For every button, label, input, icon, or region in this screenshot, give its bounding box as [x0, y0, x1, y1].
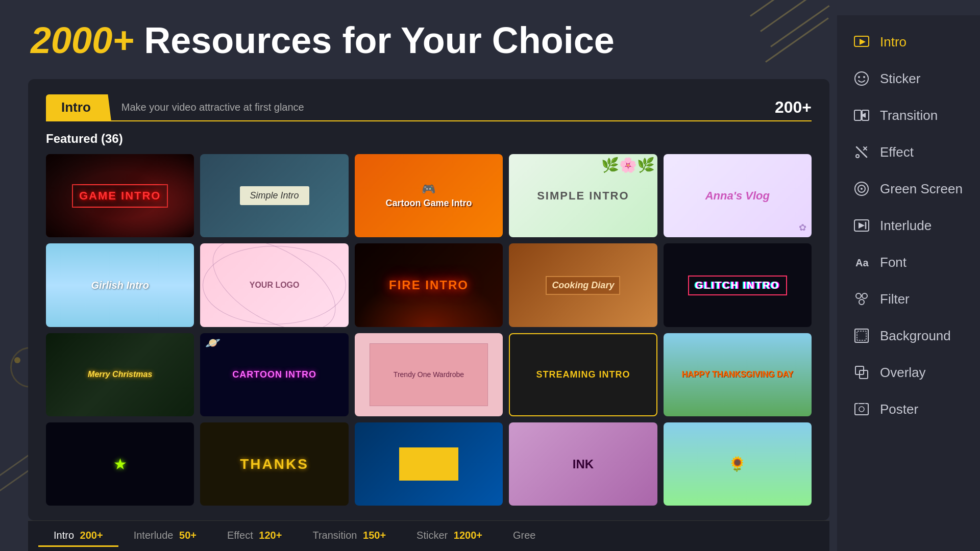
transition-icon: [852, 106, 871, 124]
thumb-cartoon-intro[interactable]: 🪐 CARTOON INTRO: [200, 333, 348, 416]
sidebar-item-green-screen[interactable]: Green Screen: [837, 172, 980, 205]
svg-rect-26: [855, 404, 868, 415]
thumb-fire-intro-label: FIRE INTRO: [389, 278, 469, 292]
sidebar-item-effect[interactable]: Effect: [837, 136, 980, 168]
bottom-tab-intro[interactable]: Intro 200+: [38, 525, 118, 547]
thumbnail-grid: GAME INTRO Simple Intro 🎮 Cartoon Game I…: [46, 154, 812, 506]
thumb-your-logo-label: YOUR LOGO: [250, 281, 300, 290]
thumb-fire-intro[interactable]: FIRE INTRO: [355, 243, 503, 327]
green-screen-icon: [852, 180, 871, 198]
bottom-tab-transition-label: Transition: [312, 530, 357, 541]
sidebar-item-overlay[interactable]: Overlay: [837, 356, 980, 389]
svg-rect-5: [854, 110, 861, 120]
thumb-pink-inner: Trendy One Wardrobe: [370, 343, 488, 406]
bottom-tab-sticker[interactable]: Sticker 1200+: [401, 525, 498, 547]
thumb-ink[interactable]: INK: [509, 422, 657, 506]
intro-icon: [852, 33, 871, 51]
filter-icon: [852, 290, 871, 308]
sidebar-item-font[interactable]: Aa Font: [837, 246, 980, 279]
thumb-simple-intro-label: Simple Intro: [240, 186, 309, 205]
overlay-icon: [852, 363, 871, 382]
thumb-girlish[interactable]: Girlish Intro: [46, 243, 194, 327]
interlude-icon: [852, 216, 871, 235]
sidebar-item-transition[interactable]: Transition: [837, 99, 980, 132]
sidebar-item-filter[interactable]: Filter: [837, 283, 980, 315]
thumb-girlish-label: Girlish Intro: [91, 280, 149, 291]
thumb-neon-star: ★: [113, 455, 127, 473]
bottom-tab-transition-count: 150+: [363, 530, 386, 541]
svg-point-9: [856, 155, 859, 158]
sticker-icon: [852, 69, 871, 88]
thumb-merry-christmas[interactable]: Merry Christmas: [46, 333, 194, 416]
svg-rect-28: [857, 404, 859, 406]
sidebar-label-intro: Intro: [880, 34, 906, 50]
svg-point-14: [861, 188, 863, 190]
svg-point-3: [858, 76, 860, 78]
bottom-tab-green-label: Gree: [513, 530, 535, 541]
sidebar-label-poster: Poster: [880, 402, 918, 417]
thumb-cartoon-game-icons: 🎮: [422, 183, 435, 196]
thumb-flowers-icon: 🌻: [728, 456, 746, 472]
svg-point-19: [856, 293, 861, 298]
poster-icon: [852, 400, 871, 418]
thumb-simple-intro[interactable]: Simple Intro: [200, 154, 348, 237]
thumb-thanks-label: THANKS: [240, 456, 309, 472]
thumb-flowers[interactable]: 🌻: [664, 422, 812, 506]
thumb-streaming[interactable]: STREAMING INTRO: [509, 333, 657, 416]
main-title: 2000+ Resources for Your Choice: [31, 20, 868, 61]
thumb-cartoon-game[interactable]: 🎮 Cartoon Game Intro: [355, 154, 503, 237]
tab-bar: Intro Make your video attractive at firs…: [46, 94, 812, 121]
tab-count: 200+: [775, 98, 812, 117]
bottom-tab-interlude[interactable]: Interlude 50+: [118, 525, 212, 547]
bottom-tab-sticker-label: Sticker: [416, 530, 448, 541]
sidebar-item-poster[interactable]: Poster: [837, 393, 980, 425]
sidebar-label-transition: Transition: [880, 108, 938, 123]
svg-point-21: [859, 299, 864, 305]
bottom-tab-effect[interactable]: Effect 120+: [212, 525, 297, 547]
deco-bottom-left: [0, 418, 28, 520]
title-normal: Resources for Your Choice: [134, 20, 615, 61]
thumb-cooking-diary[interactable]: Cooking Diary: [509, 243, 657, 327]
bottom-tab-green[interactable]: Gree: [498, 525, 554, 547]
sidebar-label-filter: Filter: [880, 291, 910, 307]
sidebar-item-background[interactable]: Background: [837, 319, 980, 352]
thumb-thanks[interactable]: THANKS: [200, 422, 348, 506]
thumb-blue[interactable]: [355, 422, 503, 506]
sidebar-label-font: Font: [880, 255, 906, 270]
sidebar-item-intro[interactable]: Intro: [837, 26, 980, 58]
svg-marker-1: [860, 39, 866, 45]
thumb-glitch-intro[interactable]: GLITCH INTRO: [664, 243, 812, 327]
svg-text:Aa: Aa: [855, 257, 869, 268]
thumb-annas-vlog[interactable]: Anna's Vlog ✿: [664, 154, 812, 237]
bottom-tab-intro-count: 200+: [80, 530, 103, 541]
thumb-streaming-label: STREAMING INTRO: [536, 369, 630, 380]
svg-point-20: [862, 293, 867, 298]
sidebar-label-overlay: Overlay: [880, 365, 926, 381]
sidebar-item-interlude[interactable]: Interlude: [837, 209, 980, 242]
background-icon: [852, 327, 871, 345]
svg-rect-23: [857, 331, 866, 340]
sidebar-label-sticker: Sticker: [880, 71, 920, 87]
thumb-cartoon-game-label: Cartoon Game Intro: [385, 198, 472, 209]
tab-intro-active[interactable]: Intro: [46, 94, 111, 120]
svg-rect-29: [864, 404, 866, 406]
deco-dot-1: [14, 357, 20, 363]
thumb-game-intro[interactable]: GAME INTRO: [46, 154, 194, 237]
bottom-tab-interlude-label: Interlude: [134, 530, 174, 541]
sidebar-label-background: Background: [880, 328, 951, 344]
tab-subtitle: Make your video attractive at first glan…: [121, 102, 775, 113]
bottom-tab-effect-count: 120+: [259, 530, 282, 541]
thumb-ink-label: INK: [573, 457, 594, 471]
bottom-tab-transition[interactable]: Transition 150+: [297, 525, 401, 547]
deco-planet: 🪐: [205, 336, 220, 350]
thumb-annas-vlog-label: Anna's Vlog: [705, 189, 770, 203]
thumb-thanksgiving[interactable]: HAPPY THANKSGIVING DAY: [664, 333, 812, 416]
thumb-pink-intro[interactable]: Trendy One Wardrobe: [355, 333, 503, 416]
thumb-game-intro-label: GAME INTRO: [72, 184, 168, 208]
sidebar-item-sticker[interactable]: Sticker: [837, 62, 980, 95]
thumb-simple-intro2[interactable]: SIMPLE INTRO: [509, 154, 657, 237]
thumb-your-logo[interactable]: YOUR LOGO: [200, 243, 348, 327]
thumb-neon[interactable]: ★: [46, 422, 194, 506]
bottom-tab-sticker-count: 1200+: [454, 530, 482, 541]
thumb-simple-intro2-label: SIMPLE INTRO: [537, 189, 629, 203]
